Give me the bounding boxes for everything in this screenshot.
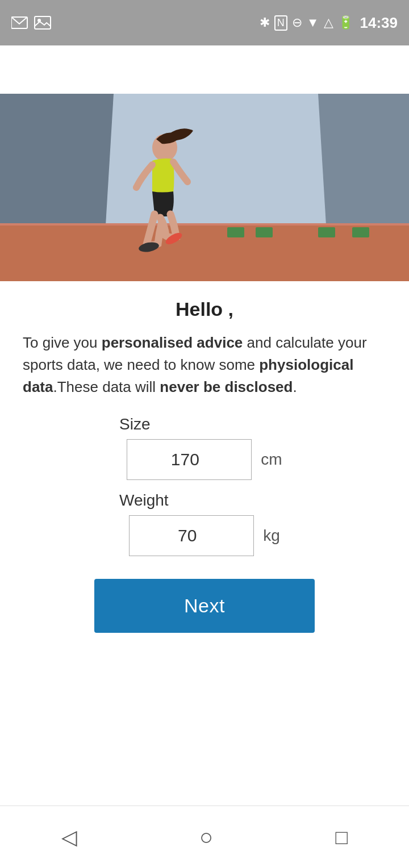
hero-image (0, 94, 409, 281)
description-text: To give you personalised advice and calc… (23, 332, 386, 398)
gmail-icon (11, 16, 28, 30)
weight-field-row: kg (129, 515, 280, 556)
desc-bold1: personalised advice (102, 334, 243, 351)
status-bar-left-icons (11, 16, 51, 30)
svg-rect-9 (256, 227, 273, 237)
battery-icon: 🔋 (338, 15, 353, 30)
desc-part1: To give you (23, 334, 102, 351)
main-content: Hello , To give you personalised advice … (0, 281, 409, 633)
svg-rect-1 (35, 16, 51, 29)
weight-input[interactable] (129, 515, 254, 556)
svg-rect-10 (318, 227, 335, 237)
size-field-group: Size cm (23, 415, 386, 480)
home-button[interactable]: ○ (199, 824, 213, 850)
mute-icon: ⊖ (292, 15, 302, 30)
top-gap (0, 45, 409, 94)
svg-rect-8 (227, 227, 244, 237)
size-unit: cm (261, 450, 282, 469)
image-icon (34, 16, 51, 30)
weight-field-group: Weight kg (23, 491, 386, 556)
status-time: 14:39 (360, 14, 398, 32)
bluetooth-icon: ✱ (260, 15, 270, 30)
svg-rect-6 (0, 224, 409, 281)
runner-svg (0, 94, 409, 281)
wifi-icon: ▼ (307, 15, 319, 30)
weight-unit: kg (263, 527, 280, 545)
size-input[interactable] (127, 439, 252, 480)
size-field-row: cm (127, 439, 282, 480)
recent-button[interactable]: □ (336, 825, 348, 849)
status-bar-right-icons: ✱ N ⊖ ▼ △ 🔋 14:39 (260, 14, 398, 32)
desc-part3: .These data will (53, 378, 160, 395)
svg-rect-7 (0, 223, 409, 226)
bottom-nav: ◁ ○ □ (0, 806, 409, 868)
status-bar: ✱ N ⊖ ▼ △ 🔋 14:39 (0, 0, 409, 45)
greeting-title: Hello , (176, 298, 233, 320)
size-label: Size (119, 415, 290, 433)
desc-bold3: never be disclosed (160, 378, 293, 395)
next-button[interactable]: Next (94, 579, 315, 633)
nfc-icon: N (274, 15, 287, 31)
desc-part4: . (293, 378, 297, 395)
content-spacer (0, 633, 409, 806)
weight-label: Weight (119, 491, 290, 510)
back-button[interactable]: ◁ (61, 825, 77, 849)
signal-icon: △ (324, 15, 333, 30)
svg-rect-11 (352, 227, 369, 237)
